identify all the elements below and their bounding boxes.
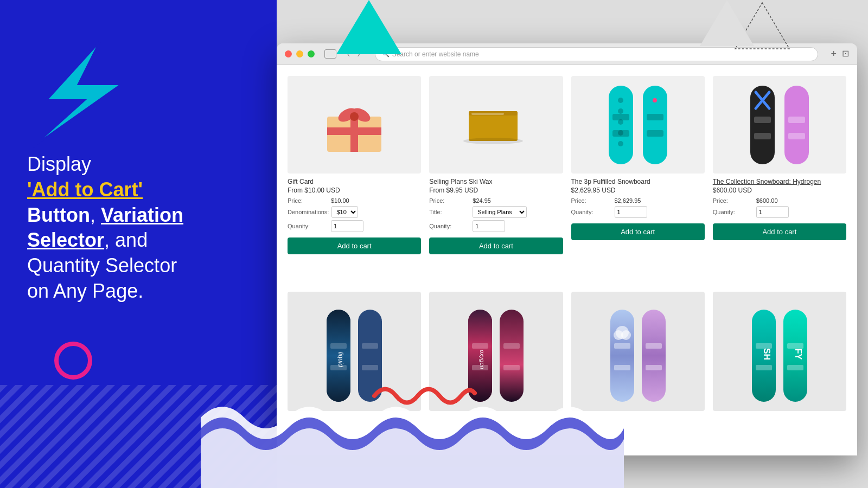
new-tab-icon[interactable]: + — [831, 48, 837, 60]
line4-rest: , and — [104, 229, 148, 251]
svg-rect-27 — [647, 130, 663, 137]
headline-text: Display 'Add to Cart' Button, Variation … — [27, 152, 250, 304]
line6: on Any Page. — [27, 280, 143, 302]
product-card-fulfilled-snowboard: The 3p Fulfilled Snowboard $2,629.95 USD… — [571, 76, 705, 284]
product-card-hydrogen-snowboard: The Collection Snowboard: Hydrogen $600.… — [713, 76, 846, 284]
browser-actions: + ⊡ — [831, 48, 849, 60]
maximize-button[interactable] — [308, 50, 315, 57]
left-panel: Display 'Add to Cart' Button, Variation … — [0, 0, 277, 488]
address-placeholder: Search or enter website name — [392, 50, 479, 58]
svg-rect-52 — [610, 310, 634, 402]
price-val-sw: $24.95 — [473, 197, 491, 204]
svg-rect-33 — [784, 86, 809, 164]
denomination-row: Denominations: $10 $25 $50 — [288, 206, 421, 218]
svg-point-18 — [618, 108, 623, 114]
price-val-hsb: $600.00 — [756, 197, 778, 204]
svg-rect-23 — [612, 130, 629, 137]
product-image-liquid-sb: liquid — [288, 292, 421, 411]
denomination-select[interactable]: $10 $25 $50 — [331, 206, 358, 218]
product-card-cloud-sb — [571, 292, 705, 445]
teal-triangle-deco — [336, 0, 401, 54]
add-to-cart-ski-wax[interactable]: Add to cart — [429, 237, 563, 254]
svg-rect-67 — [787, 343, 803, 349]
svg-point-15 — [463, 138, 523, 144]
svg-rect-24 — [643, 86, 667, 164]
line3-variation: Variation — [101, 204, 183, 226]
line1: Display — [27, 153, 91, 175]
price-row-gift-card: Price: $10.00 — [288, 197, 421, 204]
product-image-cloud-sb — [571, 292, 705, 411]
product-image-oxygen-sb: oxygen — [429, 292, 563, 411]
svg-rect-41 — [358, 310, 382, 402]
svg-rect-57 — [614, 365, 630, 370]
quantity-row-fsb: Quanity: — [571, 206, 705, 218]
product-image-fulfilled-snowboard — [571, 76, 705, 174]
price-row-sw: Price: $24.95 — [429, 197, 563, 204]
quantity-label-gc: Quanity: — [288, 223, 328, 229]
price-label-fsb: Price: — [571, 197, 612, 204]
svg-rect-47 — [472, 343, 488, 349]
quantity-row-hsb: Quanity: — [713, 206, 846, 218]
browser-window: ‹ › 🔍 Search or enter website name + ⊡ — [277, 43, 857, 455]
product-price-hydrogen-sb: $600.00 USD — [713, 187, 846, 194]
sidebar-toggle-icon[interactable] — [324, 49, 336, 59]
svg-rect-28 — [750, 86, 775, 164]
svg-marker-0 — [336, 0, 401, 54]
add-to-cart-hydrogen-sb[interactable]: Add to cart — [713, 223, 846, 240]
product-card-liquid-sb: liquid — [288, 292, 421, 445]
price-row-fsb: Price: $2,629.95 — [571, 197, 705, 204]
price-label-gc: Price: — [288, 197, 328, 204]
svg-rect-12 — [469, 111, 518, 141]
line2: 'Add to Cart' — [27, 178, 143, 201]
svg-rect-50 — [503, 343, 520, 349]
price-label-sw: Price: — [429, 197, 470, 204]
line5: Quantity Selector — [27, 254, 177, 277]
quantity-input-fsb[interactable] — [615, 206, 647, 218]
add-to-cart-fulfilled-sb[interactable]: Add to cart — [571, 223, 705, 240]
price-row-hsb: Price: $600.00 — [713, 197, 846, 204]
svg-marker-2 — [700, 0, 754, 46]
product-image-ski-wax — [429, 76, 563, 174]
svg-rect-39 — [330, 343, 347, 349]
minimize-button[interactable] — [296, 50, 303, 57]
svg-rect-14 — [471, 113, 504, 115]
price-label-hsb: Price: — [713, 197, 754, 204]
svg-rect-59 — [646, 343, 662, 349]
price-val-gc: $10.00 — [331, 197, 349, 204]
line4-selector: Selector — [27, 229, 104, 251]
svg-text:SH: SH — [762, 348, 771, 360]
product-grid: Gift Card From $10.00 USD Price: $10.00 … — [277, 65, 857, 455]
line3-button: Button — [27, 204, 90, 226]
svg-rect-26 — [647, 114, 663, 120]
svg-rect-58 — [642, 310, 666, 402]
svg-rect-34 — [788, 117, 805, 123]
close-button[interactable] — [285, 50, 292, 57]
svg-rect-68 — [787, 365, 803, 370]
svg-rect-8 — [327, 127, 381, 135]
svg-rect-32 — [754, 133, 771, 139]
share-icon[interactable]: ⊡ — [842, 48, 849, 60]
svg-point-11 — [350, 112, 359, 121]
svg-rect-48 — [472, 365, 488, 370]
svg-rect-51 — [503, 365, 520, 370]
add-to-cart-gift-card[interactable]: Add to cart — [288, 237, 421, 254]
svg-point-21 — [618, 141, 623, 146]
quantity-input-hsb[interactable] — [756, 206, 789, 218]
svg-rect-40 — [330, 365, 347, 370]
svg-rect-64 — [756, 365, 772, 370]
product-price-fulfilled-sb: $2,629.95 USD — [571, 187, 705, 194]
product-price-ski-wax: From $9.95 USD — [429, 187, 563, 194]
line3-sep: , — [90, 204, 101, 226]
quantity-input-gc[interactable] — [331, 220, 363, 232]
svg-rect-43 — [362, 365, 378, 370]
svg-rect-60 — [646, 365, 662, 370]
product-image-hydrogen-snowboard — [713, 76, 846, 174]
product-image-shopify-sb: SH FY — [713, 292, 846, 411]
title-row-sw: Title: Selling Plans — [429, 206, 563, 218]
price-val-fsb: $2,629.95 — [615, 197, 641, 204]
svg-rect-22 — [612, 114, 629, 120]
product-name-fulfilled-sb: The 3p Fulfilled Snowboard — [571, 178, 705, 185]
svg-point-25 — [653, 98, 657, 102]
title-select-sw[interactable]: Selling Plans — [473, 206, 527, 218]
quantity-input-sw[interactable] — [473, 220, 505, 232]
